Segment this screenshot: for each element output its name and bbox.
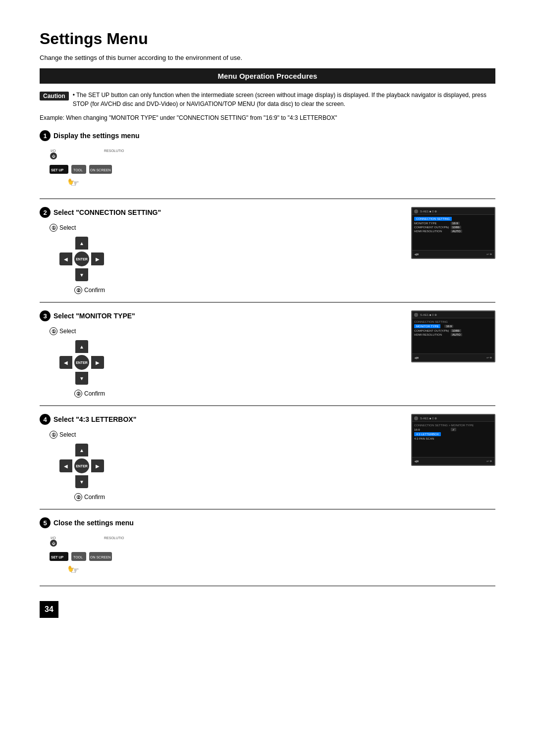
step-4-screen: S-AE1 ■ ≡ ⊕ CONNECTION SETTING > MONITOR… [404, 414, 495, 466]
step-2-label: Select "CONNECTION SETTING" [54, 208, 161, 216]
screen-row-4-3: 4:3 PAN SCAN [414, 437, 492, 440]
step-1-label: Display the settings menu [54, 132, 139, 140]
screen-highlight-3: MONITOR TYPE [414, 324, 440, 328]
step-4-sub2-num: ② [74, 493, 82, 501]
step-3-select-confirm: ① Select ▲ ▼ ◀ ▶ ENTER ② [50, 326, 404, 398]
step-3-dpad-up: ▲ [75, 340, 88, 353]
svg-text:TOOL: TOOL [73, 168, 83, 172]
step-3-sub1-num: ① [50, 327, 57, 335]
example-text: Example: When changing "MONITOR TYPE" un… [40, 113, 495, 122]
step-2-title: 2 Select "CONNECTION SETTING" [40, 207, 404, 218]
step-2-number: 2 [40, 207, 51, 218]
step-4-label: Select "4:3 LETTERBOX" [54, 415, 136, 423]
screen-row-2-4: HDMI RESOLUTION AUTO [414, 230, 492, 233]
screen-top-2: S-AE1 ■ ≡ ⊕ [412, 208, 494, 215]
screen-thumb-2: S-AE1 ■ ≡ ⊕ CONNECTION SETTING MONITOR T… [411, 207, 495, 259]
screen-body-4: CONNECTION SETTING > MONITOR TYPE 16:9 ✓… [412, 422, 494, 457]
page-number: 34 [40, 601, 58, 618]
step-5-label: Close the settings menu [54, 519, 134, 527]
step-2-screen: S-AE1 ■ ≡ ⊕ CONNECTION SETTING MONITOR T… [404, 207, 495, 259]
step-4-dpad-left: ◀ [59, 459, 72, 472]
screen-icon-3 [414, 313, 418, 317]
step-3-sub2-label: Confirm [84, 390, 105, 397]
screen-row-3-3: HDMI RESOLUTION AUTO [414, 333, 492, 336]
dpad-up: ▲ [75, 237, 88, 250]
screen-val-2-3: AUTO [451, 230, 462, 233]
screen-top-text-4: S-AE1 ■ ≡ ⊕ [420, 416, 437, 420]
screen-top-4: S-AE1 ■ ≡ ⊕ [412, 415, 494, 422]
step-2-select-confirm: ① Select ▲ ▼ ◀ ▶ ENTER ② [50, 223, 404, 294]
step-3-sub1: ① Select [50, 327, 404, 335]
screen-icon-2 [414, 209, 418, 213]
svg-text:RESOLUTION: RESOLUTION [104, 149, 124, 152]
step-3-dpad-right: ▶ [91, 356, 104, 369]
step-3-dpad-down: ▼ [75, 372, 88, 385]
screen-top-text-2: S-AE1 ■ ≡ ⊕ [420, 209, 437, 213]
step-3-number: 3 [40, 310, 51, 321]
screen-bottom-4: ◀■ ↩✦ [412, 457, 494, 465]
screen-row-2-2: MONITOR TYPE 16:9 [414, 222, 492, 225]
section-header: Menu Operation Procedures [40, 68, 495, 84]
step-3-screen: S-AE1 ■ ≡ ⊕ CONNECTION SETTING MONITOR T… [404, 310, 495, 362]
screen-row-2-3: COMPONENT OUT(Y/Pb) 1080i [414, 226, 492, 229]
screen-label-3-3: HDMI RESOLUTION [414, 333, 449, 336]
step-4-title: 4 Select "4:3 LETTERBOX" [40, 414, 404, 425]
svg-text:ON SCREEN: ON SCREEN [90, 168, 111, 172]
screen-thumb-3: S-AE1 ■ ≡ ⊕ CONNECTION SETTING MONITOR T… [411, 310, 495, 362]
screen-label-3-2: COMPONENT OUT(Y/Pb) [414, 329, 449, 332]
page-title: Settings Menu [40, 30, 495, 48]
step-4-sub1: ① Select [50, 431, 404, 439]
divider-5 [40, 586, 495, 586]
step-1-left: 1 Display the settings menu I/O RESOLUTI… [40, 130, 404, 191]
step-4-row: 4 Select "4:3 LETTERBOX" ① Select ▲ ▼ ◀ … [40, 414, 495, 501]
step-1-row: 1 Display the settings menu I/O RESOLUTI… [40, 130, 495, 191]
screen-label-4-1: 16:9 [414, 428, 449, 431]
screen-bottom-icon-4a: ◀■ [414, 459, 419, 463]
step-3-sub1-label: Select [59, 328, 76, 335]
screen-val-2-2: 1080i [451, 226, 461, 229]
dpad-left: ◀ [59, 252, 72, 265]
screen-bottom-icon-3a: ◀■ [414, 356, 419, 360]
screen-val-3-2: 1080i [451, 329, 461, 332]
step-4-inner: 4 Select "4:3 LETTERBOX" ① Select ▲ ▼ ◀ … [40, 414, 404, 501]
step-4-number: 4 [40, 414, 51, 425]
step-2-inner: 2 Select "CONNECTION SETTING" ① Select ▲… [40, 207, 404, 294]
screen-body-3: CONNECTION SETTING MONITOR TYPE 16:9 COM… [412, 318, 494, 353]
screen-row-2-1: CONNECTION SETTING [414, 217, 492, 221]
screen-icon-4 [414, 416, 418, 420]
screen-row-3-2: COMPONENT OUT(Y/Pb) 1080i [414, 329, 492, 332]
screen-row-3-0: CONNECTION SETTING [414, 320, 492, 323]
screen-label-3-0: CONNECTION SETTING [414, 320, 449, 323]
caution-text: • The SET UP button can only function wh… [73, 91, 495, 108]
step-3-sub2-num: ② [74, 390, 82, 398]
divider-4 [40, 509, 495, 509]
step-2-sub2-label: Confirm [84, 287, 105, 294]
divider-3 [40, 405, 495, 406]
caution-label: Caution [40, 92, 69, 101]
step-4-dpad-up: ▲ [75, 444, 88, 456]
screen-row-4-0: CONNECTION SETTING > MONITOR TYPE [414, 424, 492, 427]
step-3-dpad: ▲ ▼ ◀ ▶ ENTER [59, 340, 104, 385]
screen-label-4-0: CONNECTION SETTING > MONITOR TYPE [414, 424, 449, 427]
screen-row-4-1: 16:9 ✓ [414, 428, 492, 431]
screen-label-2-2: COMPONENT OUT(Y/Pb) [414, 226, 449, 229]
dpad-right: ▶ [91, 252, 104, 265]
svg-text:ON SCREEN: ON SCREEN [90, 555, 111, 559]
screen-bottom-3: ◀■ ↩✦ [412, 353, 494, 361]
step-5-left: 5 Close the settings menu I/O RESOLUTION… [40, 517, 404, 578]
screen-top-3: S-AE1 ■ ≡ ⊕ [412, 311, 494, 318]
screen-bottom-icon-3b: ↩✦ [486, 356, 492, 360]
svg-text:⏻: ⏻ [52, 154, 55, 158]
step-2-sub2: ② Confirm [74, 286, 404, 294]
screen-val-2-1: 16:9 [451, 222, 460, 225]
step-3-content: 3 Select "MONITOR TYPE" ① Select ▲ ▼ ◀ ▶ [40, 310, 495, 398]
step-2-row: 2 Select "CONNECTION SETTING" ① Select ▲… [40, 207, 495, 294]
screen-val-4-1: ✓ [451, 428, 456, 431]
screen-highlight-4: 4:3 LETTERBOX [414, 432, 441, 436]
step-3-row: 3 Select "MONITOR TYPE" ① Select ▲ ▼ ◀ ▶ [40, 310, 495, 398]
svg-text:TOOL: TOOL [73, 555, 83, 559]
screen-val-3-1: 16:9 [444, 325, 453, 328]
screen-label-2-3: HDMI RESOLUTION [414, 230, 449, 233]
svg-text:I/O: I/O [51, 149, 56, 153]
step-3-inner: 3 Select "MONITOR TYPE" ① Select ▲ ▼ ◀ ▶ [40, 310, 404, 398]
